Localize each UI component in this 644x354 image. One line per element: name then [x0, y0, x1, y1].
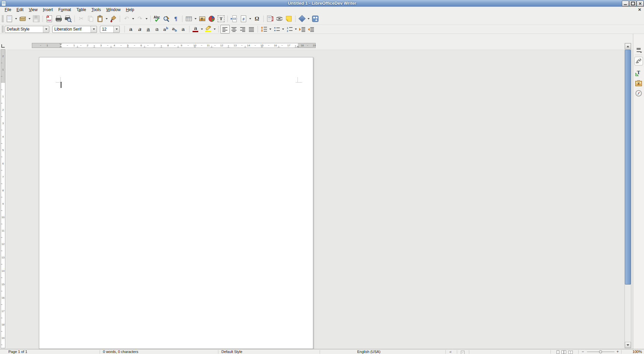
book-view-icon[interactable] — [568, 350, 573, 354]
clear-formatting-button[interactable]: a — [179, 25, 187, 33]
bullet-list-dropdown[interactable] — [281, 25, 285, 33]
page-number-status[interactable]: Page 1 of 1 — [8, 350, 27, 354]
insert-special-character-button[interactable]: Ω — [252, 14, 262, 23]
show-draw-functions-button[interactable] — [311, 14, 320, 23]
toolbar-grip[interactable] — [2, 15, 4, 22]
scrollbar-thumb[interactable] — [625, 50, 631, 285]
bold-button[interactable]: a — [126, 25, 135, 33]
font-color-button[interactable]: a — [191, 25, 200, 33]
align-center-button[interactable] — [230, 25, 238, 33]
menu-tools[interactable]: Tools — [89, 7, 104, 12]
basic-shapes-button[interactable] — [297, 14, 307, 23]
selection-mode-icon[interactable]: ▪I — [449, 350, 451, 354]
sidebar-tab-styles[interactable]: T — [634, 69, 643, 78]
menu-window[interactable]: Window — [104, 7, 123, 12]
export-as-pdf-button[interactable]: PDF — [45, 14, 54, 23]
chevron-down-icon[interactable] — [113, 26, 119, 33]
chevron-down-icon[interactable] — [91, 26, 97, 33]
basic-shapes-dropdown[interactable] — [307, 15, 311, 23]
left-indent-marker[interactable] — [59, 46, 62, 47]
insert-table-dropdown[interactable] — [194, 15, 198, 23]
minimize-button[interactable] — [622, 1, 629, 6]
insert-field-button[interactable]: # — [239, 14, 248, 23]
menu-view[interactable]: View — [26, 7, 40, 12]
language-status[interactable]: English (USA) — [357, 350, 380, 354]
zoom-in-button[interactable]: + — [616, 349, 619, 354]
cut-button[interactable]: ✂ — [76, 14, 86, 23]
insert-image-button[interactable] — [198, 14, 207, 23]
superscript-button[interactable]: ab — [161, 25, 170, 33]
insert-cross-reference-button[interactable] — [275, 14, 284, 23]
bullet-list-button[interactable] — [272, 25, 281, 33]
find-and-replace-button[interactable] — [162, 14, 171, 23]
zoom-slider-thumb[interactable] — [599, 350, 602, 353]
justify-button[interactable] — [247, 25, 256, 33]
undo-button[interactable]: ↶ — [122, 14, 131, 23]
insert-table-button[interactable] — [184, 14, 194, 23]
font-color-dropdown[interactable] — [200, 25, 204, 33]
insert-chart-button[interactable] — [207, 14, 216, 23]
subscript-button[interactable]: ab — [170, 25, 179, 33]
print-preview-button[interactable] — [63, 14, 73, 23]
open-file-dropdown[interactable] — [28, 15, 32, 23]
redo-button[interactable]: ↷ — [135, 14, 145, 23]
multi-page-view-icon[interactable] — [561, 350, 566, 354]
line-spacing-button[interactable] — [260, 25, 268, 33]
copy-button[interactable] — [86, 14, 95, 23]
menu-insert[interactable]: Insert — [40, 7, 56, 12]
save-button[interactable] — [32, 14, 41, 23]
toolbar-grip[interactable] — [2, 26, 4, 33]
menu-edit[interactable]: Edit — [14, 7, 26, 12]
increase-indent-button[interactable] — [298, 25, 307, 33]
insert-text-box-button[interactable]: T — [216, 14, 226, 23]
paste-button[interactable] — [95, 14, 105, 23]
chevron-down-icon[interactable] — [43, 26, 49, 33]
first-line-indent-marker[interactable] — [59, 44, 62, 45]
line-spacing-dropdown[interactable] — [268, 25, 272, 33]
maximize-button[interactable] — [629, 1, 636, 6]
sidebar-settings-button[interactable] — [634, 46, 643, 54]
insert-page-break-button[interactable] — [229, 14, 239, 23]
align-right-button[interactable] — [238, 25, 247, 33]
font-size-combobox[interactable]: 12 — [100, 26, 120, 33]
font-name-combobox[interactable]: Liberation Serif — [52, 26, 97, 33]
vertical-scrollbar[interactable] — [625, 43, 631, 348]
close-document-icon[interactable]: ✕ — [638, 7, 641, 12]
numbered-list-dropdown[interactable] — [294, 25, 298, 33]
zoom-out-button[interactable]: − — [582, 349, 584, 354]
check-spelling-button[interactable]: Abc — [152, 14, 162, 23]
sidebar-tab-navigator[interactable] — [634, 89, 643, 98]
clone-formatting-button[interactable] — [109, 14, 118, 23]
strikethrough-button[interactable]: a — [153, 25, 161, 33]
right-indent-marker[interactable] — [297, 46, 299, 47]
menu-file[interactable]: File — [2, 7, 14, 12]
new-document-button[interactable] — [5, 14, 14, 23]
menu-table[interactable]: Table — [74, 7, 89, 12]
insert-bookmark-button[interactable] — [265, 14, 275, 23]
paste-dropdown[interactable] — [105, 15, 109, 23]
tab-stop-selector-icon[interactable] — [1, 44, 5, 48]
open-file-button[interactable] — [18, 14, 28, 23]
insert-comment-button[interactable] — [284, 14, 293, 23]
menu-format[interactable]: Format — [56, 7, 74, 12]
new-document-dropdown[interactable] — [14, 15, 18, 23]
highlight-color-dropdown[interactable] — [213, 25, 217, 33]
decrease-indent-button[interactable] — [307, 25, 315, 33]
print-button[interactable] — [54, 14, 63, 23]
document-page[interactable] — [39, 57, 313, 349]
word-count-status[interactable]: 0 words, 0 characters — [103, 350, 138, 354]
page-style-status[interactable]: Default Style — [221, 350, 242, 354]
zoom-level-status[interactable]: 100% — [625, 350, 642, 354]
close-button[interactable]: ✕ — [637, 1, 644, 6]
italic-button[interactable]: a — [135, 25, 144, 33]
paragraph-style-combobox[interactable]: Default Style — [5, 26, 49, 33]
formatting-marks-button[interactable]: ¶ — [171, 14, 180, 23]
underline-button[interactable]: a — [144, 25, 153, 33]
highlight-color-button[interactable] — [204, 25, 213, 33]
single-page-view-icon[interactable] — [556, 350, 560, 354]
numbered-list-button[interactable]: 1 2 — [285, 25, 294, 33]
document-modified-icon[interactable]: ✓ — [461, 350, 465, 354]
scroll-up-button[interactable] — [625, 43, 631, 49]
sidebar-tab-gallery[interactable] — [634, 79, 643, 88]
menu-help[interactable]: Help — [123, 7, 137, 12]
